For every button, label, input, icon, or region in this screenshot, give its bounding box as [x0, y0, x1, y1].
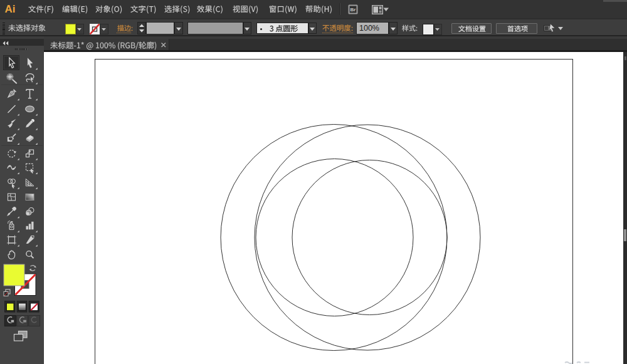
svg-text:Br: Br [350, 7, 356, 13]
